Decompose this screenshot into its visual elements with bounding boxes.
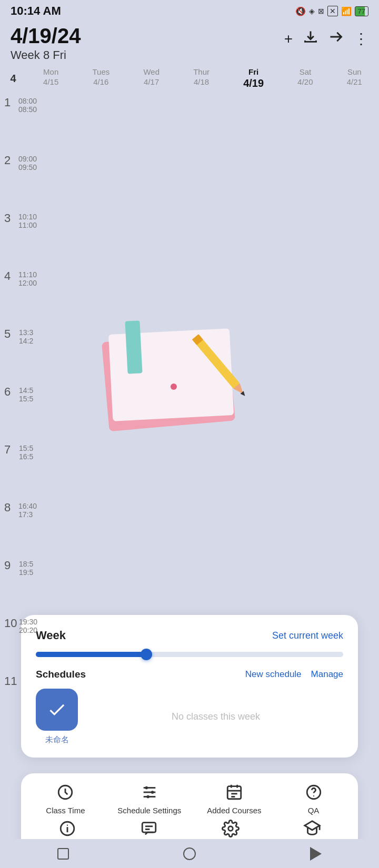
- sliders-icon: [139, 782, 160, 803]
- status-icons: 🔇 ◈ ⊠ ✕ 📶 77: [295, 6, 368, 16]
- week-number: 4: [0, 73, 26, 85]
- period-3: 3 10:10 11:00: [4, 208, 37, 266]
- download-button[interactable]: [303, 29, 318, 48]
- svg-rect-26: [142, 823, 156, 832]
- day-col-mon[interactable]: Mon 4/15: [43, 67, 58, 89]
- chat-bubble-icon: [138, 818, 159, 839]
- svg-marker-30: [304, 821, 319, 830]
- info-circle-icon: [57, 818, 78, 839]
- day-date-sat: 4/20: [297, 77, 313, 86]
- header-actions: + ⋮: [284, 29, 368, 48]
- battery-x-icon: ✕: [327, 6, 338, 16]
- clock-icon: [55, 782, 76, 803]
- nav-item-added-courses[interactable]: Added Courses: [207, 782, 261, 815]
- nav-row-1: Class Time Schedule Settings: [26, 782, 353, 815]
- period-num-1: 1: [4, 96, 15, 109]
- period-num-9: 9: [4, 559, 16, 572]
- period-times-2: 09:00 09:50: [18, 155, 37, 171]
- photo-icon: ⊠: [318, 7, 324, 15]
- day-name-tues: Tues: [92, 67, 109, 76]
- period-num-3: 3: [4, 211, 15, 225]
- period-num-7: 7: [4, 443, 16, 457]
- svg-point-13: [151, 791, 154, 794]
- system-nav-bar: [0, 839, 379, 868]
- add-button[interactable]: +: [284, 31, 293, 47]
- day-col-tues[interactable]: Tues 4/16: [92, 67, 109, 89]
- period-times-10: 19:30 20:20: [19, 618, 37, 634]
- day-col-wed[interactable]: Wed 4/17: [143, 67, 159, 89]
- nav-label-qa: QA: [308, 806, 320, 815]
- muted-icon: 🔇: [295, 6, 306, 16]
- schedule-name-unnamed: 未命名: [45, 735, 69, 745]
- period-2: 2 09:00 09:50: [4, 150, 37, 208]
- nav-item-qa[interactable]: QA: [287, 782, 340, 815]
- period-8: 8 16:40 17:3: [4, 498, 37, 556]
- day-name-wed: Wed: [143, 67, 159, 76]
- svg-point-12: [145, 786, 148, 790]
- share-button[interactable]: [328, 29, 343, 48]
- wifi-icon: 📶: [341, 6, 352, 16]
- period-10: 10 19:30 20:20: [4, 613, 37, 671]
- day-date-mon: 4/15: [43, 77, 58, 86]
- day-name-sat: Sat: [300, 67, 312, 76]
- period-num-2: 2: [4, 154, 15, 167]
- day-date-tues: 4/16: [93, 77, 108, 86]
- day-date-fri: 4/19: [243, 77, 264, 89]
- nav-label-schedule-settings: Schedule Settings: [117, 806, 181, 815]
- question-circle-icon: [303, 782, 324, 803]
- week-row: 4 Mon 4/15 Tues 4/16 Wed 4/17 Thur 4/18 …: [0, 62, 379, 93]
- header-date-main: 4/19/24: [11, 24, 81, 47]
- nav-label-class-time: Class Time: [46, 806, 85, 815]
- graduation-icon: [302, 818, 323, 839]
- layers-icon: ◈: [309, 7, 315, 15]
- day-col-fri[interactable]: Fri 4/19: [243, 67, 264, 89]
- period-times-3: 10:10 11:00: [18, 213, 37, 229]
- nav-recent-button[interactable]: [54, 844, 73, 863]
- period-times-7: 15:5 16:5: [19, 444, 33, 461]
- back-icon: [310, 847, 322, 861]
- period-times-1: 08:00 08:50: [18, 97, 37, 114]
- header: 4/19/24 Week 8 Fri + ⋮: [0, 20, 379, 62]
- period-4: 4 11:10 12:00: [4, 266, 37, 324]
- home-icon: [183, 847, 196, 860]
- day-name-sun: Sun: [347, 67, 362, 76]
- period-9: 9 18:5 19:5: [4, 556, 37, 613]
- day-date-thur: 4/18: [194, 77, 209, 86]
- period-num-8: 8: [4, 501, 15, 514]
- more-button[interactable]: ⋮: [354, 30, 368, 47]
- day-date-sun: 4/21: [347, 77, 362, 86]
- battery-icon: 77: [355, 6, 368, 16]
- nav-label-added-courses: Added Courses: [207, 806, 261, 815]
- schedule-grid: 1 08:00 08:50 2 09:00 09:50 3 10:10 11:0…: [0, 93, 379, 729]
- period-num-11: 11: [4, 674, 16, 688]
- period-times-9: 18:5 19:5: [19, 560, 33, 577]
- svg-point-22: [313, 795, 314, 796]
- day-col-thur[interactable]: Thur 4/18: [193, 67, 210, 89]
- period-5: 5 13:3 14:2: [4, 324, 37, 382]
- period-times-6: 14:5 15:5: [19, 386, 33, 403]
- header-date: 4/19/24 Week 8 Fri: [11, 24, 81, 62]
- svg-point-29: [228, 826, 233, 831]
- svg-point-14: [146, 795, 149, 799]
- nav-home-button[interactable]: [180, 844, 199, 863]
- period-6: 6 14:5 15:5: [4, 382, 37, 440]
- period-num-5: 5: [4, 327, 16, 341]
- period-num-6: 6: [4, 385, 16, 399]
- period-times-4: 11:10 12:00: [18, 270, 37, 287]
- period-num-10: 10: [4, 617, 16, 630]
- svg-point-25: [66, 824, 67, 825]
- header-week: Week 8 Fri: [11, 48, 81, 62]
- period-num-4: 4: [4, 269, 15, 283]
- period-11: 11: [4, 671, 37, 729]
- status-time: 10:14 AM: [11, 4, 61, 18]
- gear-icon: [220, 818, 241, 839]
- day-col-sun[interactable]: Sun 4/21: [347, 67, 362, 89]
- nav-item-class-time[interactable]: Class Time: [39, 782, 92, 815]
- week-days: Mon 4/15 Tues 4/16 Wed 4/17 Thur 4/18 Fr…: [26, 67, 379, 89]
- day-date-wed: 4/17: [144, 77, 159, 86]
- nav-back-button[interactable]: [306, 844, 325, 863]
- nav-item-schedule-settings[interactable]: Schedule Settings: [117, 782, 181, 815]
- day-col-sat[interactable]: Sat 4/20: [297, 67, 313, 89]
- day-name-fri: Fri: [248, 67, 258, 76]
- recent-apps-icon: [57, 848, 69, 860]
